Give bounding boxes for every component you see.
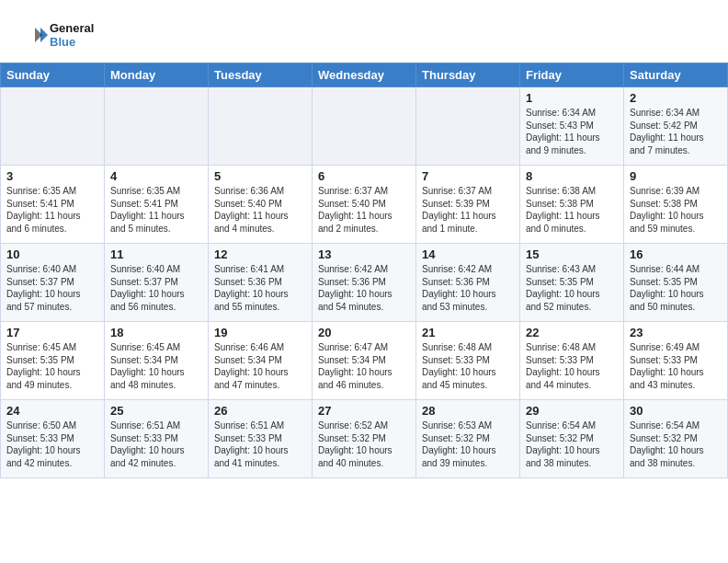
- calendar-week-row: 24Sunrise: 6:50 AM Sunset: 5:33 PM Dayli…: [1, 400, 728, 478]
- calendar-cell: 10Sunrise: 6:40 AM Sunset: 5:37 PM Dayli…: [1, 244, 105, 322]
- calendar-cell: 6Sunrise: 6:37 AM Sunset: 5:40 PM Daylig…: [313, 166, 416, 244]
- calendar-cell: 15Sunrise: 6:43 AM Sunset: 5:35 PM Dayli…: [520, 244, 624, 322]
- day-content: Sunrise: 6:35 AM Sunset: 5:41 PM Dayligh…: [6, 185, 98, 235]
- day-content: Sunrise: 6:51 AM Sunset: 5:33 PM Dayligh…: [214, 419, 306, 469]
- day-number: 13: [318, 247, 410, 261]
- weekday-header: Tuesday: [209, 63, 313, 87]
- calendar-cell: 25Sunrise: 6:51 AM Sunset: 5:33 PM Dayli…: [105, 400, 209, 478]
- day-number: 22: [526, 326, 618, 339]
- calendar-body: 1Sunrise: 6:34 AM Sunset: 5:43 PM Daylig…: [1, 87, 728, 478]
- calendar-cell: 13Sunrise: 6:42 AM Sunset: 5:36 PM Dayli…: [313, 244, 416, 322]
- calendar-cell: 29Sunrise: 6:54 AM Sunset: 5:32 PM Dayli…: [520, 400, 624, 478]
- day-content: Sunrise: 6:48 AM Sunset: 5:33 PM Dayligh…: [526, 341, 618, 391]
- day-content: Sunrise: 6:35 AM Sunset: 5:41 PM Dayligh…: [110, 185, 202, 235]
- day-number: 16: [630, 247, 722, 261]
- calendar-table: SundayMondayTuesdayWednesdayThursdayFrid…: [0, 63, 728, 478]
- calendar-cell: 7Sunrise: 6:37 AM Sunset: 5:39 PM Daylig…: [416, 166, 520, 244]
- calendar-header: SundayMondayTuesdayWednesdayThursdayFrid…: [1, 63, 728, 87]
- day-number: 17: [6, 326, 98, 339]
- day-content: Sunrise: 6:34 AM Sunset: 5:42 PM Dayligh…: [630, 107, 722, 156]
- calendar-cell: [416, 87, 520, 166]
- calendar-cell: 18Sunrise: 6:45 AM Sunset: 5:34 PM Dayli…: [105, 322, 209, 400]
- svg-text:General: General: [50, 21, 94, 35]
- weekday-header: Thursday: [416, 63, 520, 87]
- calendar-cell: [1, 87, 105, 166]
- weekday-header: Saturday: [624, 63, 728, 87]
- calendar-cell: 27Sunrise: 6:52 AM Sunset: 5:32 PM Dayli…: [313, 400, 416, 478]
- calendar-cell: 5Sunrise: 6:36 AM Sunset: 5:40 PM Daylig…: [209, 166, 313, 244]
- day-content: Sunrise: 6:34 AM Sunset: 5:43 PM Dayligh…: [526, 107, 618, 156]
- svg-text:Blue: Blue: [50, 35, 75, 49]
- calendar-cell: 11Sunrise: 6:40 AM Sunset: 5:37 PM Dayli…: [105, 244, 209, 322]
- day-number: 6: [318, 169, 410, 183]
- calendar-cell: 8Sunrise: 6:38 AM Sunset: 5:38 PM Daylig…: [520, 166, 624, 244]
- calendar-cell: 9Sunrise: 6:39 AM Sunset: 5:38 PM Daylig…: [624, 166, 728, 244]
- calendar-week-row: 1Sunrise: 6:34 AM Sunset: 5:43 PM Daylig…: [1, 87, 728, 166]
- calendar-cell: 21Sunrise: 6:48 AM Sunset: 5:33 PM Dayli…: [416, 322, 520, 400]
- day-content: Sunrise: 6:39 AM Sunset: 5:38 PM Dayligh…: [630, 185, 722, 235]
- day-content: Sunrise: 6:54 AM Sunset: 5:32 PM Dayligh…: [630, 419, 722, 469]
- day-number: 21: [422, 326, 514, 339]
- day-content: Sunrise: 6:37 AM Sunset: 5:40 PM Dayligh…: [318, 185, 410, 235]
- day-content: Sunrise: 6:48 AM Sunset: 5:33 PM Dayligh…: [422, 341, 514, 391]
- day-number: 20: [318, 326, 410, 339]
- day-number: 3: [6, 169, 98, 183]
- day-number: 23: [630, 326, 722, 339]
- day-number: 8: [526, 169, 618, 183]
- day-number: 1: [526, 91, 618, 105]
- calendar-cell: 19Sunrise: 6:46 AM Sunset: 5:34 PM Dayli…: [209, 322, 313, 400]
- day-content: Sunrise: 6:43 AM Sunset: 5:35 PM Dayligh…: [526, 263, 618, 313]
- calendar-cell: 26Sunrise: 6:51 AM Sunset: 5:33 PM Dayli…: [209, 400, 313, 478]
- day-number: 18: [110, 326, 202, 339]
- calendar-cell: 30Sunrise: 6:54 AM Sunset: 5:32 PM Dayli…: [624, 400, 728, 478]
- calendar-cell: 17Sunrise: 6:45 AM Sunset: 5:35 PM Dayli…: [1, 322, 105, 400]
- calendar-cell: 16Sunrise: 6:44 AM Sunset: 5:35 PM Dayli…: [624, 244, 728, 322]
- weekday-header: Monday: [105, 63, 209, 87]
- day-number: 19: [214, 326, 306, 339]
- day-number: 24: [6, 404, 98, 418]
- header: General Blue: [0, 0, 728, 63]
- calendar-cell: 4Sunrise: 6:35 AM Sunset: 5:41 PM Daylig…: [105, 166, 209, 244]
- calendar-cell: 24Sunrise: 6:50 AM Sunset: 5:33 PM Dayli…: [1, 400, 105, 478]
- calendar-cell: [209, 87, 313, 166]
- day-content: Sunrise: 6:46 AM Sunset: 5:34 PM Dayligh…: [214, 341, 306, 391]
- weekday-row: SundayMondayTuesdayWednesdayThursdayFrid…: [1, 63, 728, 87]
- day-number: 10: [6, 247, 98, 261]
- day-content: Sunrise: 6:53 AM Sunset: 5:32 PM Dayligh…: [422, 419, 514, 469]
- day-number: 15: [526, 247, 618, 261]
- logo: General Blue: [22, 17, 105, 53]
- day-number: 27: [318, 404, 410, 418]
- day-number: 5: [214, 169, 306, 183]
- day-content: Sunrise: 6:40 AM Sunset: 5:37 PM Dayligh…: [110, 263, 202, 313]
- day-number: 28: [422, 404, 514, 418]
- day-number: 29: [526, 404, 618, 418]
- calendar-cell: [105, 87, 209, 166]
- day-content: Sunrise: 6:37 AM Sunset: 5:39 PM Dayligh…: [422, 185, 514, 235]
- calendar-cell: 23Sunrise: 6:49 AM Sunset: 5:33 PM Dayli…: [624, 322, 728, 400]
- day-content: Sunrise: 6:44 AM Sunset: 5:35 PM Dayligh…: [630, 263, 722, 313]
- day-number: 25: [110, 404, 202, 418]
- day-number: 11: [110, 247, 202, 261]
- calendar-week-row: 17Sunrise: 6:45 AM Sunset: 5:35 PM Dayli…: [1, 322, 728, 400]
- day-content: Sunrise: 6:45 AM Sunset: 5:34 PM Dayligh…: [110, 341, 202, 391]
- calendar-cell: 1Sunrise: 6:34 AM Sunset: 5:43 PM Daylig…: [520, 87, 624, 166]
- calendar-week-row: 10Sunrise: 6:40 AM Sunset: 5:37 PM Dayli…: [1, 244, 728, 322]
- calendar-cell: 28Sunrise: 6:53 AM Sunset: 5:32 PM Dayli…: [416, 400, 520, 478]
- day-content: Sunrise: 6:47 AM Sunset: 5:34 PM Dayligh…: [318, 341, 410, 391]
- day-content: Sunrise: 6:40 AM Sunset: 5:37 PM Dayligh…: [6, 263, 98, 313]
- day-content: Sunrise: 6:38 AM Sunset: 5:38 PM Dayligh…: [526, 185, 618, 235]
- day-content: Sunrise: 6:52 AM Sunset: 5:32 PM Dayligh…: [318, 419, 410, 469]
- day-content: Sunrise: 6:50 AM Sunset: 5:33 PM Dayligh…: [6, 419, 98, 469]
- day-content: Sunrise: 6:36 AM Sunset: 5:40 PM Dayligh…: [214, 185, 306, 235]
- day-content: Sunrise: 6:49 AM Sunset: 5:33 PM Dayligh…: [630, 341, 722, 391]
- day-number: 4: [110, 169, 202, 183]
- day-number: 30: [630, 404, 722, 418]
- calendar-cell: 12Sunrise: 6:41 AM Sunset: 5:36 PM Dayli…: [209, 244, 313, 322]
- day-number: 12: [214, 247, 306, 261]
- day-content: Sunrise: 6:41 AM Sunset: 5:36 PM Dayligh…: [214, 263, 306, 313]
- day-number: 14: [422, 247, 514, 261]
- weekday-header: Sunday: [1, 63, 105, 87]
- calendar-cell: [313, 87, 416, 166]
- calendar-cell: 22Sunrise: 6:48 AM Sunset: 5:33 PM Dayli…: [520, 322, 624, 400]
- calendar-cell: 14Sunrise: 6:42 AM Sunset: 5:36 PM Dayli…: [416, 244, 520, 322]
